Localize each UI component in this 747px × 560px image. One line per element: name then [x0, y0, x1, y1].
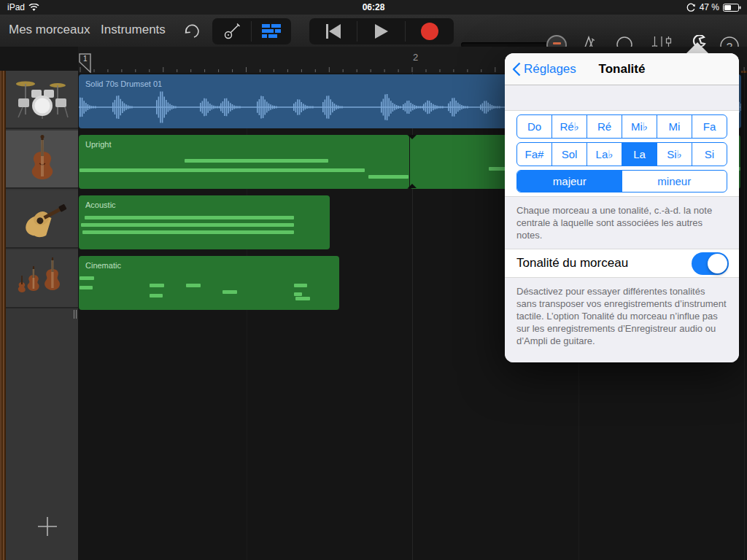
key-row-1: DoRé♭RéMi♭MiFa — [516, 114, 727, 139]
midi-region-cinematic[interactable]: Cinematic — [79, 256, 339, 310]
key-button-Do[interactable]: Do — [517, 115, 552, 138]
key-row-2: Fa#SolLa♭LaSi♭Si — [516, 142, 727, 166]
popover-title: Tonalité — [505, 53, 739, 85]
song-key-toggle-label: Tonalité du morceau — [516, 256, 628, 271]
wood-edge-left — [0, 71, 6, 560]
key-button-Fa#[interactable]: Fa# — [517, 143, 552, 166]
grid-line — [744, 73, 745, 560]
track-header-upright[interactable] — [6, 131, 78, 189]
midi-note — [294, 284, 307, 287]
rewind-button[interactable] — [309, 18, 357, 44]
region-boundary-notch — [408, 135, 417, 139]
midi-note — [81, 223, 294, 227]
string-section-image — [15, 256, 70, 301]
midi-note — [185, 159, 328, 163]
rewind-icon — [325, 23, 342, 39]
midi-region-acoustic[interactable]: Acoustic — [79, 195, 330, 249]
region-label: Upright — [85, 140, 111, 149]
undo-button[interactable] — [182, 22, 201, 39]
track-header-strings[interactable] — [6, 250, 78, 308]
main-toolbar: Mes morceaux Instruments — [0, 15, 747, 47]
bar-1-label: 1 — [83, 55, 88, 63]
key-button-Mi♭[interactable]: Mi♭ — [622, 115, 657, 138]
plus-icon — [36, 516, 58, 537]
region-label: Cinematic — [85, 261, 121, 270]
popover-arrow — [686, 42, 709, 54]
toggle-description-section: Désactivez pour essayer différentes tona… — [505, 278, 739, 362]
midi-note — [186, 284, 201, 287]
key-button-Si[interactable]: Si — [692, 143, 727, 166]
tracks-view-icon — [262, 24, 281, 39]
track-header-acoustic[interactable] — [6, 190, 78, 249]
track-header-drums[interactable] — [6, 71, 78, 129]
clock: 06:28 — [0, 2, 747, 12]
view-switch — [212, 18, 291, 44]
region-boundary-notch — [408, 184, 417, 188]
key-description: Chaque morceau a une tonalité, c.-à-d. l… — [505, 197, 739, 241]
midi-note — [368, 175, 409, 179]
bar-2-label: 2 — [413, 52, 418, 63]
region-label: Solid 70s Drumset 01 — [85, 79, 162, 88]
midi-note — [80, 286, 93, 289]
tracks-view-button[interactable] — [252, 18, 290, 44]
popover-header: Réglages Tonalité — [505, 53, 739, 85]
rotation-lock-icon — [686, 3, 696, 12]
key-settings-popover: Réglages Tonalité DoRé♭RéMi♭MiFa Fa#SolL… — [505, 53, 739, 362]
scale-option-majeur[interactable]: majeur — [517, 171, 622, 192]
play-button[interactable] — [357, 18, 405, 44]
midi-region-upright[interactable]: Upright — [79, 135, 409, 189]
midi-note — [294, 292, 302, 296]
key-button-Sol[interactable]: Sol — [552, 143, 587, 166]
song-key-toggle[interactable] — [692, 252, 729, 275]
key-button-Ré[interactable]: Ré — [587, 115, 622, 138]
key-button-Fa[interactable]: Fa — [692, 115, 727, 138]
upright-bass-image — [26, 134, 59, 184]
midi-note — [295, 297, 310, 300]
midi-note — [85, 216, 294, 219]
key-button-Mi[interactable]: Mi — [657, 115, 692, 138]
midi-note — [150, 284, 164, 287]
key-button-La♭[interactable]: La♭ — [587, 143, 622, 166]
midi-note — [80, 168, 365, 172]
battery-percent: 47 % — [700, 2, 719, 12]
record-icon — [420, 22, 439, 41]
add-track-button[interactable] — [36, 516, 58, 537]
status-bar: iPad 06:28 47 % — [0, 0, 747, 15]
midi-note — [222, 290, 237, 294]
key-description-section: Chaque morceau a une tonalité, c.-à-d. l… — [505, 197, 739, 249]
toggle-description: Désactivez pour essayer différentes tona… — [505, 278, 739, 347]
track-header-column — [6, 71, 78, 560]
scale-option-mineur[interactable]: mineur — [622, 171, 727, 192]
popover-spacer — [505, 85, 739, 110]
acoustic-guitar-image — [15, 198, 69, 240]
midi-note — [82, 230, 294, 234]
instrument-view-button[interactable] — [212, 18, 251, 44]
midi-note — [150, 294, 163, 298]
drum-kit-image — [14, 77, 71, 122]
instruments-button[interactable]: Instruments — [101, 23, 166, 37]
region-label: Acoustic — [85, 201, 116, 209]
bar-1-marker: 1 — [79, 53, 91, 73]
my-songs-button[interactable]: Mes morceaux — [9, 23, 90, 37]
guitar-icon — [222, 22, 241, 41]
play-icon — [374, 23, 389, 39]
battery-icon — [723, 4, 741, 12]
scale-segmented-control: majeurmineur — [516, 170, 727, 192]
transport-controls — [309, 18, 454, 44]
song-key-toggle-row: Tonalité du morceau — [505, 249, 739, 278]
key-button-La[interactable]: La — [622, 143, 657, 166]
record-button[interactable] — [406, 18, 453, 44]
undo-icon — [182, 22, 201, 39]
midi-note — [80, 276, 94, 280]
key-button-Ré♭[interactable]: Ré♭ — [552, 115, 587, 138]
key-button-Si♭[interactable]: Si♭ — [657, 143, 692, 166]
